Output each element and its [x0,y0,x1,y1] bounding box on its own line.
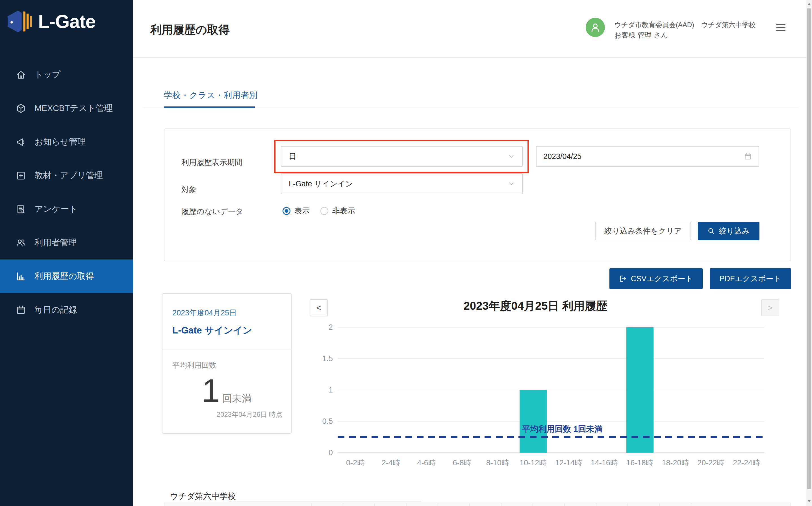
x-axis-tick-label: 20-22時 [693,458,729,468]
school-name: ウチダ第六中学校 [170,491,236,502]
x-axis-tick-label: 2-4時 [373,458,409,468]
table-header-cell [312,503,343,506]
x-axis-tick-label: 6-8時 [444,458,480,468]
survey-icon [16,204,26,214]
target-label: 対象 [181,184,197,194]
sidebar-item-user-management[interactable]: 利用者管理 [0,226,133,259]
date-input[interactable]: 2023/04/25 [536,146,759,167]
x-axis-tick-label: 8-10時 [480,458,515,468]
target-select[interactable]: L-Gate サインイン [281,173,523,194]
table-header-cell [470,503,502,506]
radio-hide[interactable]: 非表示 [320,206,355,216]
average-usage-number: 1 [202,375,220,406]
user-info: ウチダ市教育委員会(AAD) ウチダ第六中学校 お客様 管理 さん [614,20,756,40]
plus-square-icon [16,171,26,181]
average-usage-value: 1 回未満 [162,375,291,406]
date-value: 2023/04/25 [543,152,581,161]
gridline [338,421,764,422]
table-header-cell [343,503,375,506]
summary-divider [162,350,291,350]
chevron-down-icon [508,153,515,160]
radio-show[interactable]: 表示 [283,206,310,216]
page-title: 利用履歴の取得 [150,22,230,37]
sidebar-menu: トップ MEXCBTテスト管理 お知らせ管理 教材・アプリ管理 アンケート [0,58,133,327]
x-axis-tick-label: 4-6時 [409,458,444,468]
x-axis-tick-label: 12-14時 [551,458,587,468]
average-line-label: 平均利用回数 1回未満 [477,424,647,435]
avatar[interactable] [586,18,605,37]
y-axis-tick-label: 2 [307,323,333,332]
table-header-cell [660,503,691,506]
chevron-down-icon [508,180,515,187]
sidebar-item-label: 利用履歴の取得 [34,270,94,282]
tab-active-underline [164,106,255,108]
pdf-export-button[interactable]: PDFエクスポート [710,268,791,289]
users-icon [16,238,26,248]
export-icon [619,275,627,283]
table-header-cell [691,503,779,506]
radio-unselected-icon[interactable] [320,207,328,215]
sidebar-item-label: お知らせ管理 [34,136,86,148]
scrollbar-up-arrow-icon[interactable] [807,3,811,5]
sidebar-item-announcements[interactable]: お知らせ管理 [0,125,133,159]
table-header-cell [164,503,312,506]
chart-title: 2023年度04月25日 利用履歴 [322,298,749,314]
table-header-cell [438,503,470,506]
tab-school-class-user[interactable]: 学校・クラス・利用者別 [164,90,258,101]
bottom-table-header [164,503,791,506]
y-axis-tick-label: 1.5 [307,354,333,363]
table-header-cell [628,503,660,506]
radio-show-label: 表示 [294,206,310,216]
chevron-left-icon: < [316,303,321,313]
average-usage-unit: 回未満 [222,392,252,405]
logo-text: L-Gate [38,11,95,32]
period-select[interactable]: 日 [281,146,523,167]
table-header-cell [502,503,533,506]
x-axis-tick-label: 22-24時 [729,458,764,468]
sidebar-item-label: アンケート [34,203,78,215]
gridline [338,452,764,453]
average-usage-label: 平均利用回数 [172,360,216,370]
bottom-divider [229,501,421,501]
bar-chart-icon [16,271,26,281]
csv-export-label: CSVエクスポート [631,274,693,284]
user-name: お客様 管理 さん [614,30,756,40]
bar[interactable] [520,390,547,453]
radio-selected-icon[interactable] [283,207,290,215]
target-select-value: L-Gate サインイン [289,179,353,189]
sidebar-item-survey[interactable]: アンケート [0,192,133,226]
as-of-date: 2023年04月26日 時点 [217,410,283,419]
sidebar-item-usage-history[interactable]: 利用履歴の取得 [0,259,133,293]
sidebar-item-label: 毎日の記録 [34,304,77,316]
table-header-cell [596,503,628,506]
x-axis-tick-label: 0-2時 [338,458,373,468]
sidebar: L-Gate トップ MEXCBTテスト管理 お知らせ管理 教材・アプリ管理 [0,0,133,506]
summary-card: 2023年度04月25日 L-Gate サインイン 平均利用回数 1 回未満 2… [162,293,292,434]
scrollbar-thumb[interactable] [807,8,811,489]
org-name: ウチダ市教育委員会(AAD) ウチダ第六中学校 [614,20,756,30]
clear-filter-button[interactable]: 絞り込み条件をクリア [595,222,691,240]
sidebar-item-mexcbt[interactable]: MEXCBTテスト管理 [0,91,133,125]
search-icon [708,227,715,235]
sidebar-item-daily-record[interactable]: 毎日の記録 [0,293,133,327]
sidebar-item-materials-apps[interactable]: 教材・アプリ管理 [0,159,133,192]
chart-next-button[interactable]: > [761,299,779,316]
apply-filter-label: 絞り込み [719,226,750,236]
table-header-cell [407,503,438,506]
chevron-right-icon: > [768,303,773,313]
hamburger-menu-icon[interactable] [777,24,786,33]
average-line [338,436,764,438]
apply-filter-button[interactable]: 絞り込み [698,222,759,240]
sidebar-item-label: 教材・アプリ管理 [34,170,103,181]
gridline [338,327,764,328]
nodata-label: 履歴のないデータ [181,206,243,217]
sidebar-item-top[interactable]: トップ [0,58,133,91]
scrollbar-down-arrow-icon[interactable] [807,500,811,502]
x-axis-tick-label: 18-20時 [658,458,693,468]
period-label: 利用履歴表示期間 [181,157,242,167]
csv-export-button[interactable]: CSVエクスポート [609,268,703,289]
scrollbar[interactable] [806,0,812,506]
y-axis-tick-label: 0.5 [307,417,333,426]
table-header-cell [533,503,565,506]
calendar-icon [744,153,752,160]
